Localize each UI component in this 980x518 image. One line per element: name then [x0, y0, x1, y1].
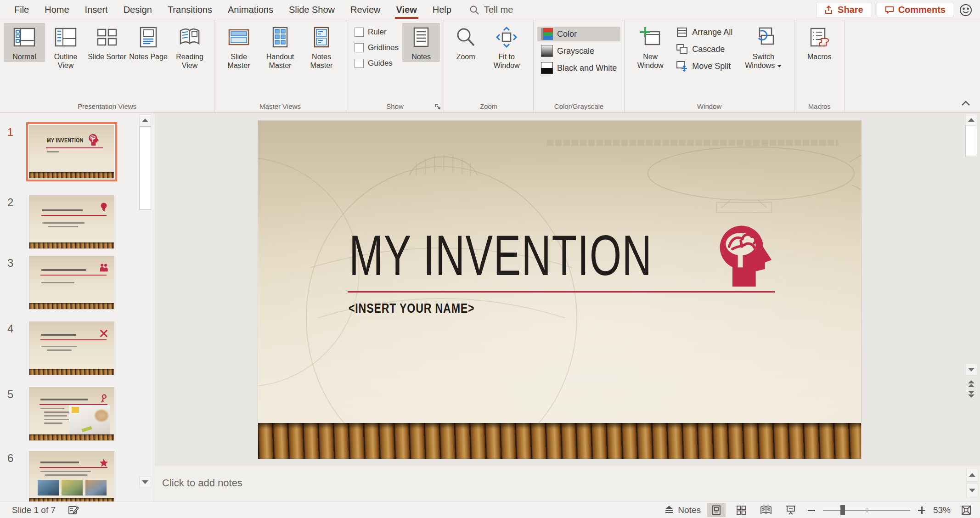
tell-me-search[interactable]: Tell me [469, 5, 513, 15]
thumb1-title: MY INVENTION [47, 137, 84, 144]
scroll-up-icon [969, 473, 975, 477]
outline-view-button[interactable]: Outline View [45, 23, 86, 71]
slide-thumbnail-2[interactable] [29, 195, 114, 249]
brain-head-icon [88, 134, 99, 146]
previous-slide-button[interactable] [968, 380, 974, 387]
menu-review[interactable]: Review [343, 0, 389, 20]
notes-page-label: Notes Page [129, 52, 168, 61]
slide-sorter-icon [736, 505, 747, 516]
black-and-white-button[interactable]: Black and White [537, 61, 620, 75]
slide-title[interactable]: MY INVENTION [349, 223, 653, 288]
zoom-out-button[interactable] [806, 505, 817, 515]
scroll-down-icon [968, 368, 974, 372]
zoom-slider-handle[interactable] [840, 505, 845, 515]
notes-toggle-button[interactable]: Notes [402, 23, 440, 62]
smiley-feedback-icon[interactable] [959, 3, 973, 17]
thumb4-title-bar [41, 334, 76, 336]
brain-head-icon[interactable] [718, 223, 772, 288]
slide-thumbnail-1[interactable]: MY INVENTION [29, 125, 114, 179]
fit-to-window-button[interactable]: Fit to Window [484, 23, 529, 71]
notes-scroll-down-button[interactable] [966, 484, 978, 497]
notes-master-button[interactable]: Notes Master [301, 23, 342, 71]
notes-statusbar-button[interactable]: Notes [664, 505, 701, 515]
main-scroll-up-button[interactable] [965, 114, 977, 126]
grayscale-button[interactable]: Grayscale [537, 44, 620, 58]
thumb3-rule [40, 275, 107, 276]
group-label-window: Window [625, 102, 794, 110]
zoom-percentage[interactable]: 53% [933, 505, 951, 515]
thumbnail-scroll-down-button[interactable] [139, 476, 151, 488]
new-window-button[interactable]: New Window [628, 23, 672, 71]
cascade-button[interactable]: Cascade [672, 42, 736, 56]
main-scroll-down-button[interactable] [965, 364, 977, 376]
collapse-ribbon-icon[interactable] [960, 99, 972, 107]
gridlines-checkbox[interactable]: Gridlines [355, 43, 399, 52]
comments-button[interactable]: Comments [877, 2, 953, 18]
slide-thumbnail-3[interactable] [29, 256, 114, 310]
move-split-button[interactable]: Move Split [672, 59, 736, 73]
reading-view-button[interactable]: Reading View [169, 23, 210, 71]
accessibility-check-icon[interactable] [68, 505, 79, 516]
next-slide-button[interactable] [968, 391, 974, 398]
notes-page-button[interactable]: Notes Page [128, 23, 169, 62]
zoom-in-button[interactable] [917, 505, 927, 515]
thumb-number-2: 2 [7, 196, 13, 209]
menu-design[interactable]: Design [116, 0, 160, 20]
main-scrollbar-thumb[interactable] [965, 126, 977, 156]
reading-view-icon [760, 505, 772, 516]
menu-slideshow[interactable]: Slide Show [281, 0, 343, 20]
menu-file[interactable]: File [6, 0, 37, 20]
share-button[interactable]: Share [816, 2, 871, 18]
menu-insert[interactable]: Insert [77, 0, 116, 20]
menu-transitions[interactable]: Transitions [160, 0, 220, 20]
zoom-button[interactable]: Zoom [448, 23, 484, 62]
menu-help[interactable]: Help [425, 0, 459, 20]
notes-scroll-up-button[interactable] [966, 468, 978, 482]
notes-statusbar-label: Notes [678, 505, 701, 515]
notes-pane[interactable]: Click to add notes [155, 465, 980, 501]
color-button[interactable]: Color [537, 27, 620, 41]
cascade-icon [676, 43, 688, 55]
slide-canvas[interactable]: MY INVENTION <INSERT YOUR NAME> [258, 120, 862, 459]
fit-slide-to-window-button[interactable] [957, 503, 975, 517]
statusbar-normal-view-button[interactable] [707, 503, 726, 517]
zoom-slider[interactable] [823, 505, 910, 516]
thumb6-body-bar1 [40, 471, 91, 472]
arrange-all-button[interactable]: Arrange All [672, 25, 736, 39]
status-bar: Slide 1 of 7 Notes 53% [0, 501, 980, 518]
menu-animations[interactable]: Animations [220, 0, 281, 20]
handout-master-button[interactable]: Handout Master [259, 23, 301, 71]
menu-view[interactable]: View [389, 0, 425, 20]
slide-thumbnail-4[interactable] [29, 321, 114, 375]
group-label-master-views: Master Views [214, 102, 346, 110]
group-label-zoom: Zoom [444, 102, 533, 110]
switch-windows-button[interactable]: Switch Windows [736, 23, 790, 71]
switch-windows-label: Switch Windows [737, 52, 789, 70]
statusbar-reading-view-button[interactable] [757, 503, 775, 517]
thumb3-title-bar [41, 269, 86, 271]
normal-button[interactable]: Normal [4, 23, 45, 62]
statusbar-slideshow-button[interactable] [782, 503, 800, 517]
status-right: Notes 53% [664, 503, 980, 517]
ruler-checkbox-box [355, 28, 364, 37]
thumb2-body-bar2 [48, 226, 78, 227]
thumbnail-scrollbar-thumb[interactable] [139, 126, 151, 210]
slide-thumbnail-5[interactable] [29, 387, 114, 441]
slide-thumbnail-6[interactable] [29, 451, 114, 501]
macros-button[interactable]: Macros [798, 23, 840, 62]
menu-home[interactable]: Home [37, 0, 77, 20]
statusbar-slide-sorter-button[interactable] [732, 503, 750, 517]
arrange-all-label: Arrange All [692, 28, 732, 37]
zoom-fit-icon [961, 505, 972, 516]
handout-master-label: Handout Master [260, 52, 300, 70]
thumbnail-scroll-up-button[interactable] [139, 114, 151, 126]
group-master-views: Slide Master Handout Master Notes Master… [214, 20, 346, 112]
switch-windows-icon [752, 26, 774, 48]
slide-subtitle[interactable]: <INSERT YOUR NAME> [349, 301, 474, 316]
ruler-checkbox[interactable]: Ruler [355, 28, 399, 37]
guides-checkbox[interactable]: Guides [355, 59, 399, 68]
notes-placeholder[interactable]: Click to add notes [162, 477, 242, 489]
slide-sorter-button[interactable]: Slide Sorter [86, 23, 128, 62]
slide-master-button[interactable]: Slide Master [218, 23, 259, 71]
thumb-number-4: 4 [7, 322, 13, 335]
